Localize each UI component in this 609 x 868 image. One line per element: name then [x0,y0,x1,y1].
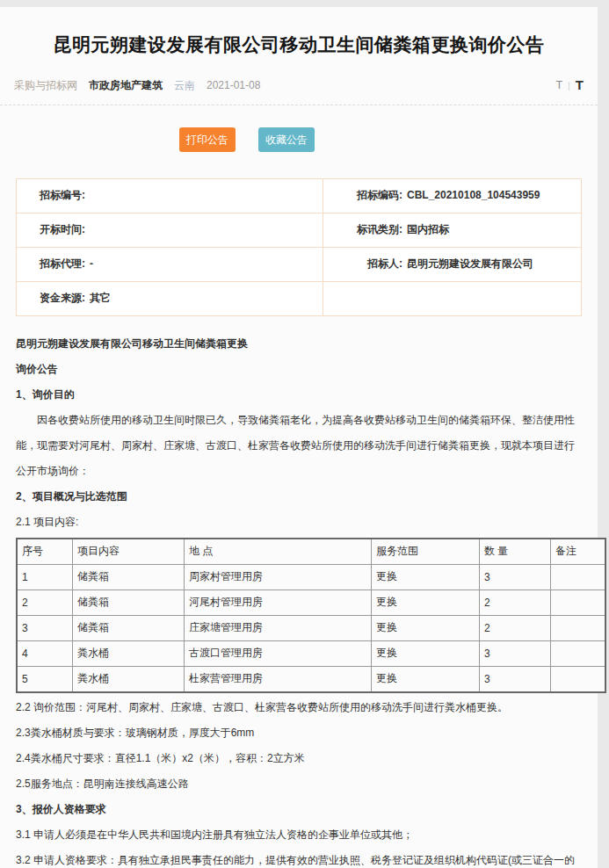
action-buttons-row: 打印公告 收藏公告 [0,127,598,152]
column-header: 项目内容 [73,539,185,565]
body-paragraph: 3.2 申请人资格要求：具有独立承担民事责任的能力，提供有效的营业执照、税务登记… [16,848,582,868]
body-heading: 询价公告 [16,357,582,382]
table-cell: 储粪箱 [73,615,185,640]
table-cell: 3 [480,564,551,590]
announcement-body: 昆明元朔建设发展有限公司移动卫生间储粪箱更换 询价公告 1、询价目的 因各收费站… [0,331,598,868]
body-paragraph: 2.3粪水桶材质与要求：玻璃钢材质，厚度大于6mm [16,720,582,746]
column-header: 数 量 [480,539,551,565]
table-cell: 粪水桶 [73,640,185,666]
favorite-announcement-button[interactable]: 收藏公告 [258,127,315,152]
info-value: 昆明元朔建设发展有限公司 [407,257,533,270]
body-paragraph: 因各收费站所使用的移动卫生间时限已久，导致储粪箱老化，为提高各收费站移动卫生间的… [16,408,582,484]
region-label: 云南 [174,78,195,93]
table-cell: 粪水桶 [73,666,185,692]
table-cell: 2 [480,615,551,640]
table-row: 5 粪水桶 杜家营管理用房 更换 3 [17,666,605,692]
table-cell: 更换 [372,590,480,615]
dashed-divider [0,105,598,105]
body-paragraph: 3.1 申请人必须是在中华人民共和国境内注册具有独立法人资格的企事业单位或其他； [16,822,582,848]
column-header: 备注 [551,539,606,565]
table-cell: 更换 [372,640,480,666]
table-cell: 储粪箱 [73,564,185,590]
category-label: 市政房地产建筑 [89,78,163,93]
meta-row: 采购与招标网 市政房地产建筑 云南 2021-01-08 T | T [0,77,598,93]
table-cell: 5 [17,666,73,692]
table-row: 3 储粪箱 庄家塘管理用房 更换 2 [17,615,605,640]
body-paragraph: 2.4粪水桶尺寸要求：直径1.1（米）x2（米），容积：2立方米 [16,746,582,771]
table-cell: 储粪箱 [73,590,185,615]
table-cell: 2 [480,590,551,615]
announcement-page: 昆明元朔建设发展有限公司移动卫生间储粪箱更换询价公告 采购与招标网 市政房地产建… [0,7,598,868]
table-cell: 2 [17,590,73,615]
table-row: 开标时间: 标讯类别:国内招标 [17,213,582,247]
info-label: 标讯类别: [348,222,402,237]
section-heading: 2、项目概况与比选范围 [16,484,582,510]
info-value: 其它 [90,292,111,304]
table-cell: 杜家营管理用房 [185,666,372,692]
table-header-row: 序号 项目内容 地 点 服务范围 数 量 备注 [17,539,605,565]
info-value: 国内招标 [407,223,449,235]
table-cell: 河尾村管理用房 [185,590,372,615]
page-title: 昆明元朔建设发展有限公司移动卫生间储粪箱更换询价公告 [0,7,598,58]
column-header: 序号 [17,539,73,565]
tender-info-table: 招标编号: 招标编码:CBL_20210108_104543959 开标时间: … [16,178,582,316]
body-paragraph: 2.2 询价范围：河尾村、周家村、庄家塘、古渡口、杜家营各收费站所使用的移动洗手… [16,695,582,720]
table-cell: 3 [17,615,73,640]
table-cell: 古渡口管理用房 [185,640,372,666]
table-row: 1 储粪箱 周家村管理用房 更换 3 [17,564,605,590]
section-heading: 3、报价人资格要求 [16,797,582,822]
table-cell: 庄家塘管理用房 [185,615,372,640]
table-cell [551,640,606,666]
section-heading: 1、询价目的 [16,382,582,408]
table-row: 4 粪水桶 古渡口管理用房 更换 3 [17,640,605,666]
table-row: 资金来源:其它 [17,281,582,315]
column-header: 服务范围 [372,539,480,565]
table-cell [551,564,606,590]
project-content-table: 序号 项目内容 地 点 服务范围 数 量 备注 1 储粪箱 周家村管理用房 更换… [16,538,606,693]
body-paragraph: 2.1 项目内容: [16,510,582,535]
info-label: 开标时间: [40,223,85,235]
info-label: 招标代理: [40,257,85,270]
info-value: - [90,257,93,270]
font-decrease-button[interactable]: T [556,79,562,91]
info-value: CBL_20210108_104543959 [407,189,540,201]
column-header: 地 点 [185,539,372,565]
table-cell [551,590,606,615]
table-cell: 周家村管理用房 [185,564,372,590]
table-row: 招标编号: 招标编码:CBL_20210108_104543959 [17,178,582,213]
body-paragraph: 2.5服务地点：昆明南连接线高速公路 [16,771,582,797]
table-cell: 更换 [372,564,480,590]
table-cell [551,666,606,692]
table-cell: 更换 [372,666,480,692]
info-label: 招标编码: [348,188,402,203]
publish-date: 2021-01-08 [207,79,260,91]
source-site-label: 采购与招标网 [14,78,77,93]
info-label: 招标人: [348,257,402,271]
font-controls-divider: | [568,80,570,90]
table-row: 2 储粪箱 河尾村管理用房 更换 2 [17,590,605,615]
info-label: 招标编号: [40,189,85,201]
table-cell: 1 [17,564,73,590]
table-cell [551,615,606,640]
info-label: 资金来源: [40,292,85,304]
table-cell: 3 [480,640,551,666]
body-heading: 昆明元朔建设发展有限公司移动卫生间储粪箱更换 [16,331,582,357]
font-increase-button[interactable]: T [576,77,584,92]
table-row: 招标代理:- 招标人:昆明元朔建设发展有限公司 [17,247,582,281]
table-cell: 更换 [372,615,480,640]
table-cell: 3 [480,666,551,692]
font-size-controls: T | T [556,77,584,92]
table-cell: 4 [17,640,73,666]
print-announcement-button[interactable]: 打印公告 [179,127,236,152]
